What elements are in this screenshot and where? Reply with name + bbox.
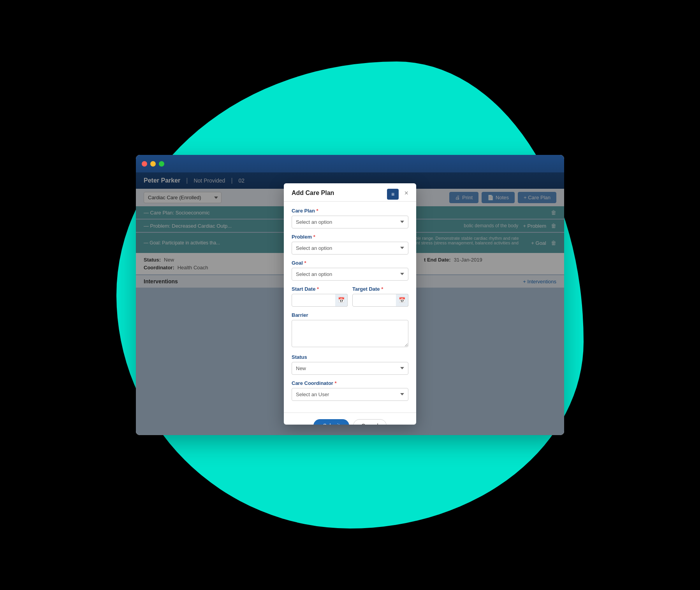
care-coordinator-required: * xyxy=(335,380,337,386)
target-date-group: Target Date * 📅 xyxy=(352,286,408,307)
app-content: Peter Parker | Not Provided | 02 Cardiac… xyxy=(136,172,564,435)
cancel-button[interactable]: Cancel xyxy=(353,419,387,425)
calendar-icon2: 📅 xyxy=(399,297,405,303)
goal-required-star: * xyxy=(304,260,306,266)
problem-field-label: Problem * xyxy=(292,234,408,240)
traffic-light-yellow[interactable] xyxy=(150,161,156,167)
add-care-plan-modal: Add Care Plan ≡ × Care Plan * xyxy=(284,183,416,425)
care-plan-field-label: Care Plan * xyxy=(292,208,408,214)
calendar-icon: 📅 xyxy=(338,297,345,303)
modal-footer: Submit Cancel xyxy=(284,413,416,425)
title-bar xyxy=(136,155,564,172)
target-date-required: * xyxy=(381,286,383,292)
start-date-required: * xyxy=(317,286,319,292)
modal-list-icon-button[interactable]: ≡ xyxy=(387,189,399,200)
traffic-light-red[interactable] xyxy=(142,161,147,167)
date-row: Start Date * 📅 xyxy=(292,286,408,312)
start-date-label: Start Date * xyxy=(292,286,348,292)
problem-field-group: Problem * Select an option xyxy=(292,234,408,255)
target-date-calendar-button[interactable]: 📅 xyxy=(396,294,408,307)
start-date-group: Start Date * 📅 xyxy=(292,286,348,307)
modal-header: Add Care Plan ≡ × xyxy=(284,183,416,202)
status-field-label: Status xyxy=(292,354,408,360)
traffic-light-green[interactable] xyxy=(159,161,164,167)
status-select-field[interactable]: New Active Completed Cancelled xyxy=(292,362,408,375)
start-date-input-wrap: 📅 xyxy=(292,294,348,307)
care-coordinator-field-label: Care Coordinator * xyxy=(292,380,408,386)
submit-button[interactable]: Submit xyxy=(313,419,349,425)
modal-close-button[interactable]: × xyxy=(404,190,408,197)
care-plan-field-group: Care Plan * Select an option xyxy=(292,208,408,228)
care-plan-select-field[interactable]: Select an option xyxy=(292,216,408,228)
browser-window: Peter Parker | Not Provided | 02 Cardiac… xyxy=(136,155,564,435)
barrier-textarea[interactable] xyxy=(292,320,408,347)
list-icon: ≡ xyxy=(391,191,394,197)
goal-field-group: Goal * Select an option xyxy=(292,260,408,281)
care-coordinator-select-field[interactable]: Select an User xyxy=(292,388,408,401)
goal-select-field[interactable]: Select an option xyxy=(292,268,408,281)
start-date-calendar-button[interactable]: 📅 xyxy=(335,294,348,307)
problem-select-field[interactable]: Select an option xyxy=(292,242,408,255)
close-icon: × xyxy=(404,189,408,197)
problem-required-star: * xyxy=(313,234,315,240)
modal-title: Add Care Plan xyxy=(292,190,334,197)
care-plan-required-star: * xyxy=(317,208,318,214)
care-coordinator-field-group: Care Coordinator * Select an User xyxy=(292,380,408,401)
modal-body: Care Plan * Select an option Problem * xyxy=(284,202,416,413)
barrier-field-label: Barrier xyxy=(292,312,408,318)
barrier-field-group: Barrier xyxy=(292,312,408,349)
target-date-input-wrap: 📅 xyxy=(352,294,408,307)
status-field-group: Status New Active Completed Cancelled xyxy=(292,354,408,375)
goal-field-label: Goal * xyxy=(292,260,408,266)
modal-overlay: Add Care Plan ≡ × Care Plan * xyxy=(136,172,564,435)
target-date-label: Target Date * xyxy=(352,286,408,292)
